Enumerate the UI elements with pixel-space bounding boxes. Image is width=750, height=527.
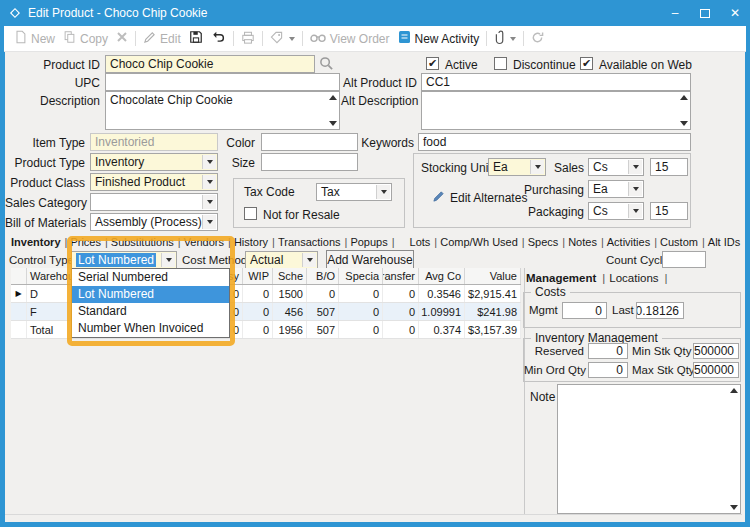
keywords-input[interactable]: food — [418, 133, 691, 151]
maximize-button[interactable] — [690, 0, 720, 26]
undo-button[interactable] — [207, 28, 230, 50]
sales-qty-input[interactable]: 15 — [650, 158, 688, 176]
refresh-button[interactable] — [527, 28, 548, 50]
tab-comp-wh-used[interactable]: Comp/Wh Used — [440, 236, 528, 248]
available-on-web-checkbox[interactable]: ✔ — [580, 57, 593, 70]
product-id-input[interactable]: Choco Chip Cookie — [105, 55, 315, 73]
view-order-button[interactable]: View Order — [306, 28, 394, 50]
chevron-down-icon[interactable] — [302, 253, 316, 267]
active-checkbox[interactable]: ✔ — [426, 57, 439, 70]
alt-product-id-input[interactable]: CC1 — [421, 73, 691, 91]
purchasing-unit-select[interactable]: Ea — [588, 180, 644, 198]
new-button[interactable]: New — [10, 28, 59, 50]
bill-of-materials-select[interactable]: Assembly (Process) — [90, 213, 218, 231]
scroll-up-icon[interactable] — [730, 388, 738, 393]
tab-management[interactable]: Management — [526, 272, 609, 284]
print-button[interactable] — [237, 28, 259, 50]
close-button[interactable]: ✕ — [720, 0, 750, 26]
chevron-down-icon[interactable] — [202, 215, 216, 229]
header-value[interactable]: Value — [465, 268, 521, 284]
undo-arrow-icon — [211, 30, 226, 47]
scroll-up-icon[interactable] — [329, 95, 337, 100]
cost-method-select[interactable]: Actual — [245, 251, 318, 269]
scroll-down-icon[interactable] — [730, 505, 738, 510]
tab-activities[interactable]: Activities — [607, 236, 660, 248]
packaging-unit-select[interactable]: Cs — [588, 202, 644, 220]
sales-unit-select[interactable]: Cs — [588, 158, 644, 176]
header-sche[interactable]: Sche — [273, 268, 307, 284]
tab-lots[interactable]: Lots — [410, 236, 441, 248]
tab-popups[interactable]: Popups — [350, 236, 397, 248]
tab-notes[interactable]: Notes — [568, 236, 607, 248]
copy-button[interactable]: Copy — [59, 28, 112, 50]
chevron-down-icon[interactable] — [628, 160, 642, 174]
dropdown-option-selected[interactable]: Lot Numbered — [72, 286, 229, 303]
management-tab-strip: ManagementLocations — [526, 272, 672, 284]
tab-transactions[interactable]: Transactions — [278, 236, 350, 248]
chevron-down-icon[interactable] — [376, 185, 390, 199]
edit-button[interactable]: Edit — [139, 28, 185, 50]
scroll-down-icon[interactable] — [680, 121, 688, 126]
tab-prices[interactable]: Prices — [70, 236, 110, 248]
reserved-input[interactable]: 0 — [588, 343, 628, 359]
dropdown-option[interactable]: Number When Invoiced — [72, 320, 229, 337]
add-warehouse-button[interactable]: Add Warehouse — [326, 250, 414, 270]
scroll-down-icon[interactable] — [329, 121, 337, 126]
chevron-down-icon[interactable] — [202, 195, 216, 209]
tab-custom[interactable]: Custom — [660, 236, 708, 248]
chevron-down-icon[interactable] — [161, 253, 175, 267]
tab-vendors[interactable]: Vendors — [184, 236, 234, 248]
header-specia[interactable]: Specia — [339, 268, 383, 284]
dropdown-option[interactable]: Standard — [72, 303, 229, 320]
tab-specs[interactable]: Specs — [528, 236, 568, 248]
new-activity-button[interactable]: New Activity — [394, 28, 484, 50]
header-bo[interactable]: B/O — [307, 268, 339, 284]
minimize-button[interactable]: – — [660, 0, 690, 26]
tab-inventory[interactable]: Inventory — [11, 236, 70, 248]
chevron-down-icon[interactable] — [202, 155, 216, 169]
new-document-icon — [14, 30, 27, 47]
description-textarea[interactable]: Chocolate Chip Cookie — [105, 91, 340, 130]
header-transfer[interactable]: Transfer — [383, 268, 419, 284]
count-cycle-input[interactable] — [662, 251, 706, 268]
color-input[interactable] — [261, 133, 358, 151]
tab-alt-ids[interactable]: Alt IDs — [708, 236, 744, 248]
product-type-select[interactable]: Inventory — [90, 153, 218, 171]
min-ord-qty-input[interactable]: 0 — [588, 362, 628, 378]
size-input[interactable] — [261, 153, 358, 171]
header-wip[interactable]: WIP — [243, 268, 273, 284]
header-warehouse[interactable]: Warehouse — [27, 268, 75, 284]
chevron-down-icon[interactable] — [628, 204, 642, 218]
tax-code-select[interactable]: Tax — [316, 183, 392, 201]
stocking-unit-select[interactable]: Ea — [488, 158, 546, 176]
scroll-up-icon[interactable] — [680, 95, 688, 100]
attachment-button[interactable] — [490, 28, 520, 50]
chevron-down-icon[interactable] — [202, 175, 216, 189]
product-type-label: Product Type — [5, 156, 85, 170]
toolbar: New Copy Edit View — [4, 26, 746, 52]
edit-alternates-button[interactable]: Edit Alternates — [432, 190, 527, 206]
product-class-select[interactable]: Finished Product — [90, 173, 218, 191]
tab-history[interactable]: History — [234, 236, 278, 248]
chevron-down-icon[interactable] — [628, 182, 642, 196]
header-avg-co[interactable]: Avg Co — [419, 268, 465, 284]
min-stk-qty-input[interactable]: 500000 — [693, 343, 739, 359]
tab-substitutions[interactable]: Substitutions — [111, 236, 184, 248]
save-button[interactable] — [185, 28, 207, 50]
alt-description-textarea[interactable] — [421, 91, 691, 130]
max-stk-qty-input[interactable]: 1500000 — [693, 362, 739, 378]
mgmt-cost-input[interactable]: 0 — [562, 302, 607, 319]
tab-locations[interactable]: Locations — [609, 272, 671, 284]
not-for-resale-checkbox[interactable] — [244, 207, 257, 220]
sales-category-select[interactable] — [90, 193, 218, 211]
dropdown-option[interactable]: Serial Numbered — [72, 269, 229, 286]
note-textarea[interactable] — [557, 384, 741, 514]
tag-button[interactable] — [266, 28, 299, 50]
upc-input[interactable] — [105, 73, 340, 91]
control-type-select[interactable]: Lot Numbered — [71, 251, 177, 269]
chevron-down-icon[interactable] — [530, 160, 544, 174]
discontinue-checkbox[interactable] — [494, 57, 507, 70]
packaging-qty-input[interactable]: 15 — [650, 202, 688, 220]
delete-button[interactable] — [112, 28, 132, 50]
window-title: Edit Product - Choco Chip Cookie — [28, 6, 207, 20]
